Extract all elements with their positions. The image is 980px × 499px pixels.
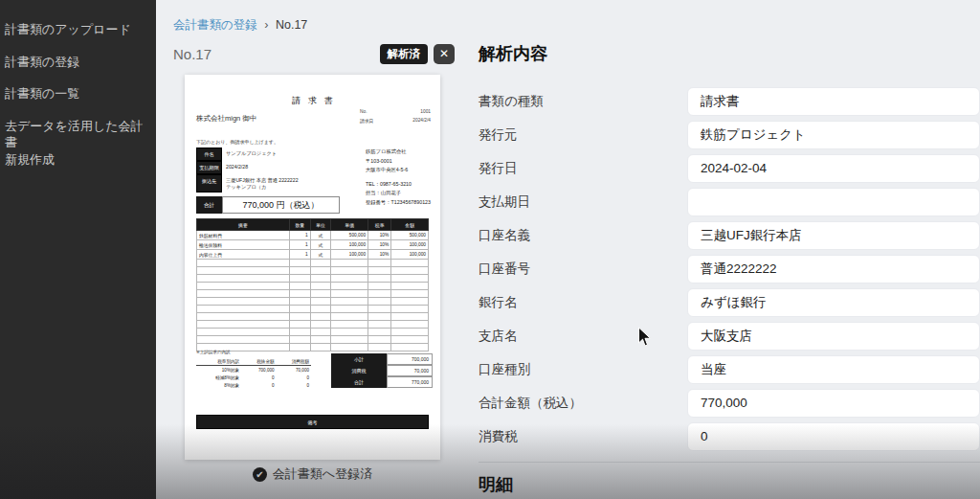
subtotal-value: 700,000 bbox=[387, 353, 433, 365]
meta-label: 支払期限 bbox=[196, 161, 222, 174]
invoice-greeting: 下記のとおり、御請求申し上げます。 bbox=[196, 139, 278, 145]
invoice-date-value: 2024/2/4 bbox=[389, 118, 431, 124]
panel-title: 解析内容 bbox=[479, 42, 547, 65]
section-divider bbox=[479, 462, 980, 463]
invoice-tax-breakdown-table: 税率別内訳 税抜金額 消費税額 10%対象 700,000 70,000 軽減8… bbox=[196, 357, 311, 389]
total-amount-input[interactable]: 770,000 bbox=[687, 389, 980, 418]
field-row-consumption-tax: 消費税 0 bbox=[479, 422, 980, 451]
analyzed-status-badge: 解析済 bbox=[380, 44, 429, 64]
issuer-input[interactable]: 鉄筋プロジェクト bbox=[687, 121, 980, 149]
table-row-empty bbox=[197, 313, 429, 321]
invoice-total-amount: 770,000 円（税込） bbox=[222, 196, 340, 214]
issuer-line: 登録番号：T1234567890123 bbox=[366, 198, 431, 208]
sidebar-item-label: 去データを活用した会計書 bbox=[5, 118, 146, 151]
grand-total-value: 770,000 bbox=[387, 376, 433, 388]
field-label: 書類の種類 bbox=[479, 93, 687, 110]
consumption-tax-input[interactable]: 0 bbox=[687, 422, 980, 451]
document-type-input[interactable]: 請求書 bbox=[687, 87, 980, 116]
sidebar-item-list[interactable]: 計書類の一覧 bbox=[0, 85, 156, 102]
field-label: 発行元 bbox=[479, 126, 687, 144]
sidebar: 計書類のアップロード 計書類の登録 計書類の一覧 去データを活用した会計書 新規… bbox=[0, 0, 156, 499]
sidebar-item-label: 計書類の登録 bbox=[5, 54, 146, 71]
invoice-preview[interactable]: 請求書 株式会社mign 御中 No. 1001 請求日 2024/2/4 下記… bbox=[185, 75, 440, 460]
field-row-issuer: 発行元 鉄筋プロジェクト bbox=[479, 121, 980, 149]
breadcrumb-current: No.17 bbox=[276, 18, 307, 32]
issuer-line: 担当：山田花子 bbox=[366, 189, 431, 198]
tax-label: 消費税 bbox=[331, 365, 387, 376]
sidebar-item-new-from-past-data[interactable]: 去データを活用した会計書 新規作成 bbox=[0, 118, 156, 169]
breadcrumb: 会計書類の登録 › No.17 bbox=[173, 17, 307, 34]
check-circle-icon: ✔ bbox=[253, 467, 267, 482]
invoice-totals-block: 小計 700,000 消費税 70,000 合計 770,000 bbox=[331, 353, 433, 388]
account-type-input[interactable]: 当座 bbox=[687, 355, 980, 384]
field-row-account-type: 口座種別 当座 bbox=[479, 355, 980, 384]
table-row-empty bbox=[197, 329, 429, 336]
table-row-empty bbox=[197, 306, 429, 313]
field-row-total-amount: 合計金額（税込） 770,000 bbox=[479, 389, 980, 418]
meta-label: 件名 bbox=[196, 147, 222, 161]
field-row-issue-date: 発行日 2024-02-04 bbox=[479, 154, 980, 183]
invoice-issuer-block: 鉄筋プロ株式会社 〒103-0001 大阪市中央区4-5-6 TEL：0987-… bbox=[366, 147, 431, 207]
document-number: No.17 bbox=[173, 46, 380, 62]
meta-value: 三菱UFJ銀行 本店 普通 2222222 テッキンプロ（カ bbox=[222, 174, 323, 193]
field-row-bank-name: 銀行名 みずほ銀行 bbox=[479, 288, 980, 317]
document-header: No.17 解析済 ✕ bbox=[173, 42, 455, 65]
field-label: 消費税 bbox=[479, 428, 687, 445]
field-row-due-date: 支払期日 bbox=[479, 188, 980, 216]
field-label: 支払期日 bbox=[479, 193, 687, 211]
branch-name-input[interactable]: 大阪支店 bbox=[687, 322, 980, 351]
account-name-input[interactable]: 三越UFJ銀行本店 bbox=[687, 221, 980, 250]
sidebar-item-upload[interactable]: 計書類のアップロード bbox=[0, 21, 156, 38]
field-label: 口座名義 bbox=[479, 227, 687, 244]
invoice-tax-note: ※上記請求の内訳 bbox=[196, 350, 230, 354]
breadcrumb-link-register[interactable]: 会計書類の登録 bbox=[173, 18, 257, 32]
issuer-line: 鉄筋プロ株式会社 bbox=[366, 147, 431, 157]
meta-value: サンプルプロジェクト bbox=[222, 147, 323, 161]
field-row-branch-name: 支店名 大阪支店 bbox=[479, 322, 980, 351]
sidebar-item-register[interactable]: 計書類の登録 bbox=[0, 54, 156, 71]
tax-row: 8%対象 0 0 bbox=[196, 381, 311, 389]
issuer-line: 大阪市中央区4-5-6 bbox=[366, 166, 431, 175]
account-number-input[interactable]: 普通2222222 bbox=[687, 255, 980, 284]
analysis-fields: 書類の種類 請求書 発行元 鉄筋プロジェクト 発行日 2024-02-04 支払… bbox=[479, 87, 980, 456]
issuer-line: TEL：0987-65-3210 bbox=[366, 180, 431, 190]
field-label: 銀行名 bbox=[479, 294, 687, 311]
issue-date-input[interactable]: 2024-02-04 bbox=[687, 154, 980, 183]
invoice-total-box: 合計 770,000 円（税込） bbox=[196, 196, 340, 214]
registered-status: ✔ 会計書類へ登録済 bbox=[185, 465, 440, 483]
field-row-account-number: 口座番号 普通2222222 bbox=[479, 255, 980, 284]
field-label: 口座種別 bbox=[479, 361, 687, 378]
breadcrumb-separator: › bbox=[264, 18, 268, 32]
invoice-total-label: 合計 bbox=[196, 196, 222, 214]
close-icon[interactable]: ✕ bbox=[434, 44, 455, 64]
invoice-line-items-table: 摘要 数量 単位 単価 税率 金額 鉄筋材料費 1 式 500,000 10% … bbox=[196, 218, 429, 352]
invoice-table-header-row: 摘要 数量 単位 単価 税率 金額 bbox=[197, 219, 429, 231]
field-label: 支店名 bbox=[479, 328, 687, 345]
invoice-recipient: 株式会社mign 御中 bbox=[196, 114, 256, 124]
bank-name-input[interactable]: みずほ銀行 bbox=[687, 288, 980, 317]
invoice-number-block: No. 1001 請求日 2024/2/4 bbox=[360, 109, 431, 124]
grand-total-label: 合計 bbox=[331, 376, 387, 388]
due-date-input[interactable] bbox=[687, 188, 980, 216]
table-row-empty bbox=[197, 275, 429, 283]
subtotal-label: 小計 bbox=[331, 353, 387, 365]
field-label: 発行日 bbox=[479, 160, 687, 177]
table-row-empty bbox=[197, 283, 429, 290]
registered-status-text: 会計書類へ登録済 bbox=[273, 465, 372, 483]
invoice-no-value: 1001 bbox=[389, 109, 431, 114]
invoice-meta-block: 件名 サンプルプロジェクト 支払期限 2024/2/28 振込先 三菱UFJ銀行… bbox=[196, 147, 323, 193]
invoice-title: 請求書 bbox=[185, 95, 440, 107]
sidebar-item-label: 計書類の一覧 bbox=[5, 85, 146, 102]
meta-label: 振込先 bbox=[196, 174, 222, 193]
table-row-empty bbox=[197, 321, 429, 329]
table-row: 輸送保険料 1 式 100,000 10% 100,000 bbox=[197, 240, 429, 250]
tax-value: 70,000 bbox=[387, 365, 433, 376]
tax-row: 軽減8%対象 0 0 bbox=[196, 374, 311, 381]
invoice-empty-rows bbox=[197, 260, 429, 352]
table-row-empty bbox=[197, 267, 429, 275]
table-row: 鉄筋材料費 1 式 500,000 10% 500,000 bbox=[197, 231, 429, 240]
detail-section-title: 明細 bbox=[479, 473, 513, 496]
table-row-empty bbox=[197, 260, 429, 267]
table-row-empty bbox=[197, 298, 429, 306]
tax-row: 10%対象 700,000 70,000 bbox=[196, 366, 311, 374]
